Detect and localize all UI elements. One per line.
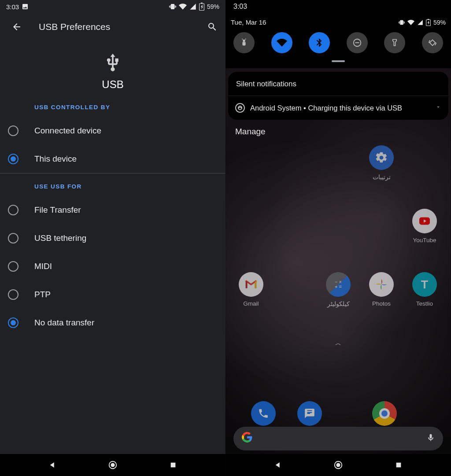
wifi-icon (179, 3, 187, 11)
app-label: Testlio (416, 300, 433, 307)
page-title: USB Preferences (39, 22, 190, 32)
qs-tile-wifi[interactable] (271, 32, 292, 53)
app-calculator[interactable]: − ×+ = کیلکولیٹر (317, 272, 359, 307)
usb-hero-label: USB (102, 78, 123, 91)
section-header-usefor: USE USB FOR (0, 173, 226, 196)
chevron-down-icon[interactable] (435, 104, 441, 112)
nav-back[interactable] (273, 460, 283, 470)
google-search-bar[interactable] (233, 427, 443, 450)
radio-label: PTP (34, 290, 51, 299)
photos-icon (375, 278, 388, 291)
search-button[interactable] (203, 18, 221, 36)
app-youtube[interactable]: YouTube (403, 209, 446, 244)
radio-connected-device[interactable]: Connected device (0, 117, 226, 145)
app-label: کیلکولیٹر (327, 300, 350, 307)
phone-left-usb-prefs: 3:03 59% USB Preferences USB USB CONTROL… (0, 0, 226, 476)
svg-rect-13 (429, 40, 435, 46)
notif-text: Android System • Charging this device vi… (250, 104, 430, 112)
back-button[interactable] (8, 18, 26, 36)
dock-messages[interactable] (288, 401, 331, 426)
radio-this-device[interactable]: This device (0, 145, 226, 173)
qs-tile-flashlight[interactable] (384, 32, 405, 53)
dock (226, 401, 451, 426)
gmail-icon (244, 280, 258, 289)
youtube-icon (417, 216, 432, 226)
radio-no-data-transfer[interactable]: No data transfer (0, 309, 226, 337)
circle-home-icon (108, 460, 118, 470)
radio-label: This device (34, 154, 77, 164)
arrow-back-icon (11, 22, 22, 32)
status-time: 3:03 (6, 3, 19, 11)
nav-recents[interactable] (168, 460, 178, 470)
qs-tile-bluetooth[interactable] (309, 32, 330, 53)
app-testlio[interactable]: T Testlio (403, 272, 446, 307)
signal-icon (417, 19, 423, 26)
svg-rect-8 (242, 42, 245, 45)
square-recents-icon (395, 461, 402, 469)
nav-home[interactable] (333, 460, 344, 470)
titlebar: USB Preferences (0, 13, 226, 41)
wifi-icon (407, 19, 414, 26)
radio-midi[interactable]: MIDI (0, 252, 226, 280)
statusbar-left: 3:03 59% (0, 0, 226, 13)
app-gmail[interactable]: Gmail (230, 272, 272, 307)
radio-icon (8, 125, 18, 136)
radio-file-transfer[interactable]: File Transfer (0, 196, 226, 224)
mic-icon[interactable] (426, 433, 435, 444)
qs-time: 3:03 (233, 3, 446, 11)
dock-chrome[interactable] (363, 401, 406, 426)
radio-icon-selected (8, 154, 18, 164)
radio-ptp[interactable]: PTP (0, 280, 226, 309)
flashlight-icon (390, 38, 399, 47)
quick-settings-panel[interactable]: 3:03 Tue, Mar 16 59% (226, 0, 451, 68)
signal-icon (189, 3, 196, 10)
svg-line-10 (245, 39, 246, 40)
notif-android-system-usb[interactable]: Android System • Charging this device vi… (228, 96, 448, 120)
qs-date: Tue, Mar 16 (231, 18, 266, 26)
messages-icon (304, 408, 315, 419)
radio-usb-tethering[interactable]: USB tethering (0, 224, 226, 252)
dock-phone[interactable] (242, 401, 285, 426)
circle-home-icon (333, 460, 343, 470)
nav-back[interactable] (47, 460, 58, 470)
android-icon (239, 38, 249, 48)
search-icon (207, 22, 218, 32)
svg-point-3 (111, 463, 115, 467)
qs-status-icons: 59% (399, 19, 446, 26)
qs-tile-android-debug[interactable] (233, 32, 255, 53)
google-logo-icon (241, 432, 253, 446)
dnd-icon (352, 38, 362, 48)
home-screen[interactable]: ترتیبات YouTube Gmail − ×+ = کیلکولیٹر P… (226, 137, 451, 476)
autorotate-icon (428, 38, 437, 48)
nav-recents[interactable] (393, 460, 404, 470)
bluetooth-icon (314, 38, 324, 48)
app-label: Photos (372, 300, 391, 307)
app-photos[interactable]: Photos (360, 272, 403, 307)
app-label: ترتیبات (373, 173, 391, 181)
square-recents-icon (170, 461, 177, 469)
svg-rect-17 (396, 463, 401, 468)
radio-icon-selected (8, 317, 18, 328)
radio-label: No data transfer (34, 318, 94, 328)
triangle-back-icon (48, 461, 56, 469)
usb-hero: USB (0, 41, 226, 104)
usb-icon (103, 51, 122, 74)
svg-point-16 (336, 463, 340, 467)
app-settings[interactable]: ترتیبات (360, 145, 403, 181)
shade-drag-handle[interactable] (332, 60, 345, 62)
qs-tile-dnd[interactable] (347, 32, 368, 53)
manage-button[interactable]: Manage (226, 120, 451, 137)
app-label: YouTube (413, 237, 436, 244)
settings-content: USB USB CONTROLLED BY Connected device T… (0, 41, 226, 454)
qs-tile-autorotate[interactable] (422, 32, 443, 53)
battery-percent: 59% (433, 19, 446, 26)
chrome-icon (379, 408, 390, 419)
qs-tiles-row (231, 29, 446, 55)
triangle-back-icon (274, 461, 282, 469)
nav-home[interactable] (107, 460, 118, 470)
svg-rect-4 (171, 463, 176, 468)
app-drawer-handle[interactable]: ︿ (335, 339, 341, 347)
svg-line-9 (242, 39, 243, 40)
gear-icon (375, 151, 388, 164)
radio-label: File Transfer (34, 205, 81, 215)
